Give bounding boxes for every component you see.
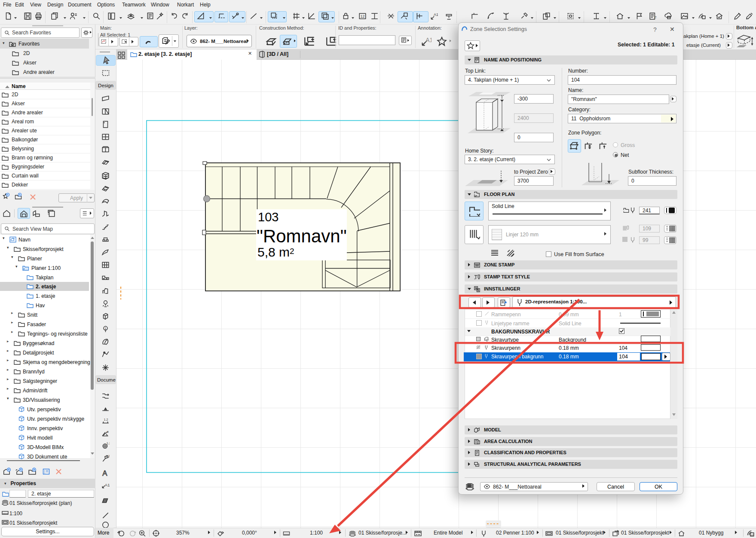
- svg-text:F: F: [654, 15, 657, 20]
- svg-text:A1: A1: [105, 483, 110, 487]
- svg-text:A: A: [102, 469, 107, 477]
- svg-text:1.2: 1.2: [106, 455, 110, 458]
- svg-text:A1: A1: [434, 12, 438, 17]
- svg-text:A1: A1: [425, 37, 432, 43]
- svg-text:1.2: 1.2: [107, 442, 110, 445]
- svg-text:1: 1: [104, 327, 106, 330]
- svg-text:12: 12: [360, 14, 364, 18]
- svg-text:α: α: [107, 430, 109, 434]
- svg-text:1.2: 1.2: [104, 418, 108, 422]
- svg-text:on: on: [751, 533, 754, 536]
